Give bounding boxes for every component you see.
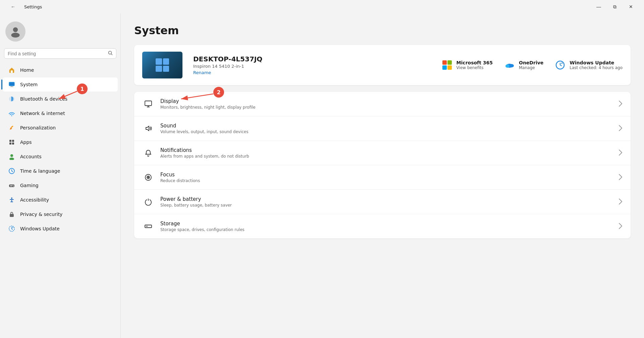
settings-text-power: Power & batterySleep, battery usage, bat… [160, 196, 612, 208]
sidebar-item-system[interactable]: System [3, 77, 118, 92]
settings-desc-notifications: Alerts from apps and system, do not dist… [160, 154, 612, 159]
svg-point-13 [13, 126, 13, 127]
sidebar-label-home: Home [20, 67, 34, 73]
search-input[interactable] [8, 51, 105, 56]
device-thumbnail [142, 52, 182, 78]
avatar-section [0, 17, 120, 48]
settings-text-focus: FocusReduce distractions [160, 172, 612, 183]
sidebar-label-apps: Apps [20, 139, 32, 145]
app-title: Settings [24, 4, 42, 9]
sidebar-label-time: Time & language [20, 168, 60, 174]
shortcut-onedrive[interactable]: OneDriveManage [503, 59, 543, 71]
shortcut-text-ms365: Microsoft 365View benefits [457, 60, 493, 70]
settings-desc-storage: Storage space, drives, configuration rul… [160, 227, 612, 232]
svg-point-18 [10, 154, 13, 157]
sidebar-label-network: Network & internet [20, 111, 65, 116]
app-body: HomeSystemBluetooth & devicesNetwork & i… [0, 13, 644, 338]
sidebar-label-personalization: Personalization [20, 125, 56, 130]
settings-icon-notifications [142, 147, 154, 159]
svg-rect-4 [11, 70, 13, 73]
sidebar-item-network[interactable]: Network & internet [3, 106, 118, 120]
settings-arrow-focus [619, 174, 623, 181]
svg-point-25 [13, 186, 14, 186]
shortcut-title-ms365: Microsoft 365 [457, 60, 493, 65]
nav-icon-time [8, 167, 15, 175]
sidebar-item-personalization[interactable]: Personalization [3, 121, 118, 135]
minimize-button[interactable]: — [591, 1, 606, 12]
sidebar-item-privacy[interactable]: Privacy & security [3, 207, 118, 221]
nav-icon-accessibility [8, 196, 15, 204]
shortcut-text-onedrive: OneDriveManage [519, 60, 543, 70]
svg-point-26 [11, 198, 12, 199]
search-box[interactable] [4, 48, 116, 59]
settings-icon-display [142, 98, 154, 110]
settings-icon-power [142, 196, 154, 208]
settings-title-power: Power & battery [160, 196, 612, 202]
window-controls: — ⧉ ✕ [591, 1, 639, 12]
sidebar-item-time[interactable]: Time & language [3, 164, 118, 178]
device-model: Inspiron 14 5410 2-in-1 [193, 64, 430, 69]
nav-icon-personalization [8, 124, 15, 131]
svg-point-24 [12, 185, 13, 186]
svg-point-1 [11, 33, 19, 38]
shortcut-subtitle-windowsupdate: Last checked: 4 hours ago [570, 65, 623, 70]
sidebar-item-apps[interactable]: Apps [3, 135, 118, 149]
svg-line-3 [111, 54, 113, 55]
settings-item-sound[interactable]: SoundVolume levels, output, input, sound… [134, 116, 631, 141]
settings-item-focus[interactable]: FocusReduce distractions [134, 165, 631, 190]
settings-item-notifications[interactable]: NotificationsAlerts from apps and system… [134, 141, 631, 165]
svg-rect-27 [10, 214, 14, 217]
nav-icon-bluetooth [8, 95, 15, 103]
settings-item-storage[interactable]: StorageStorage space, drives, configurat… [134, 214, 631, 238]
shortcut-ms365[interactable]: Microsoft 365View benefits [441, 59, 493, 71]
device-name: DESKTOP-4L537JQ [193, 55, 430, 63]
svg-rect-16 [9, 143, 11, 145]
nav-icon-home [8, 66, 15, 74]
svg-rect-14 [9, 140, 11, 142]
sidebar-item-home[interactable]: Home [3, 63, 118, 77]
svg-rect-10 [10, 87, 13, 87]
titlebar: ← Settings — ⧉ ✕ [0, 0, 644, 13]
close-button[interactable]: ✕ [623, 1, 639, 12]
page-title: System [134, 24, 631, 37]
sidebar-label-accounts: Accounts [20, 154, 42, 159]
windows-logo-icon [156, 58, 169, 72]
svg-marker-36 [146, 126, 149, 131]
rename-link[interactable]: Rename [193, 70, 211, 75]
back-button[interactable]: ← [5, 1, 21, 12]
content-area: System DESKTOP-4L537JQ Inspiron 14 5410 … [121, 13, 644, 338]
settings-item-power[interactable]: Power & batterySleep, battery usage, bat… [134, 190, 631, 214]
svg-point-19 [9, 158, 14, 160]
shortcut-icon-ms365 [441, 59, 453, 71]
sidebar-item-windowsupdate[interactable]: Windows Update [3, 222, 118, 236]
maximize-button[interactable]: ⧉ [607, 1, 623, 12]
shortcut-icon-onedrive [503, 59, 516, 71]
nav-icon-accounts [8, 153, 15, 160]
avatar[interactable] [5, 21, 25, 42]
sidebar-item-accessibility[interactable]: Accessibility [3, 193, 118, 207]
sidebar-label-accessibility: Accessibility [20, 197, 49, 203]
settings-item-display[interactable]: DisplayMonitors, brightness, night light… [134, 92, 631, 116]
nav-icon-gaming [8, 182, 15, 189]
sidebar-item-accounts[interactable]: Accounts [3, 150, 118, 164]
settings-title-display: Display [160, 98, 612, 104]
shortcut-windowsupdate[interactable]: Windows UpdateLast checked: 4 hours ago [554, 59, 623, 71]
svg-rect-17 [12, 143, 14, 145]
titlebar-left: ← Settings [5, 1, 42, 12]
settings-desc-display: Monitors, brightness, night light, displ… [160, 105, 612, 110]
settings-arrow-notifications [619, 149, 623, 157]
nav-list: HomeSystemBluetooth & devicesNetwork & i… [0, 63, 120, 236]
sidebar-label-privacy: Privacy & security [20, 212, 62, 217]
shortcut-subtitle-onedrive: Manage [519, 65, 543, 70]
settings-desc-sound: Volume levels, output, input, sound devi… [160, 129, 612, 134]
shortcut-text-windowsupdate: Windows UpdateLast checked: 4 hours ago [570, 60, 623, 70]
settings-desc-power: Sleep, battery usage, battery saver [160, 203, 612, 208]
sidebar-label-windowsupdate: Windows Update [20, 226, 60, 231]
settings-text-notifications: NotificationsAlerts from apps and system… [160, 147, 612, 159]
nav-icon-system [8, 81, 15, 88]
device-info: DESKTOP-4L537JQ Inspiron 14 5410 2-in-1 … [193, 55, 430, 75]
sidebar-item-gaming[interactable]: Gaming [3, 178, 118, 192]
sidebar-label-bluetooth: Bluetooth & devices [20, 96, 67, 102]
settings-title-storage: Storage [160, 221, 612, 227]
sidebar-item-bluetooth[interactable]: Bluetooth & devices [3, 92, 118, 106]
